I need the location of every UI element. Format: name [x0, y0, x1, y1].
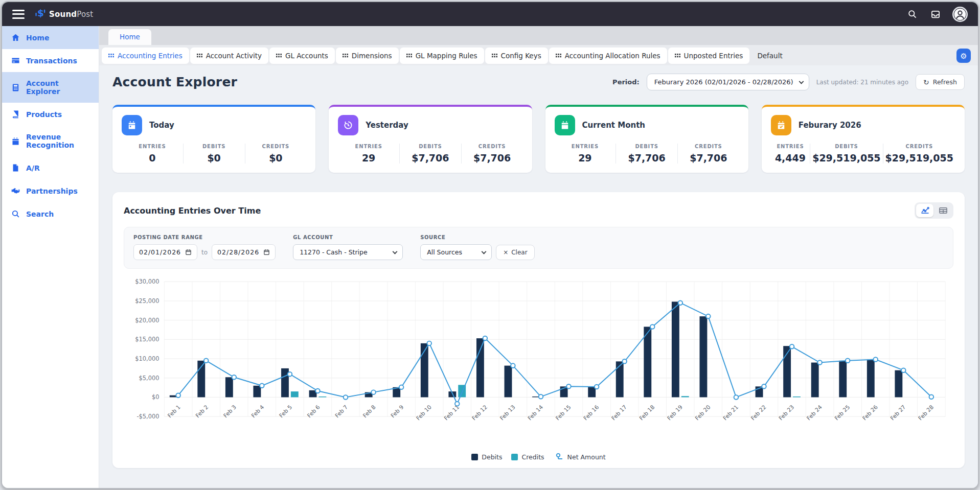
period-select-value: Feburary 2026 (02/01/2026 - 02/28/2026): [654, 78, 793, 86]
x-axis-tick: Feb 9: [390, 404, 405, 419]
net-amount-point: [595, 385, 599, 389]
close-icon: ×: [503, 249, 508, 256]
sidebar-item-label: Transactions: [26, 57, 77, 65]
x-axis-tick: Feb 3: [222, 404, 238, 419]
card-yesterday: Yesterday ENTRIES29 DEBITS$7,706 CREDITS…: [329, 105, 532, 173]
book-icon: [11, 110, 20, 119]
x-axis-tick: Feb 12: [471, 404, 489, 422]
chevron-down-icon: [393, 249, 398, 254]
x-axis-tick: Feb 14: [527, 404, 544, 422]
debit-bar: [867, 360, 875, 398]
tab-label: Accounting Allocation Rules: [565, 52, 660, 60]
source-select[interactable]: All Sources: [420, 244, 492, 260]
refresh-button[interactable]: ↻ Refresh: [916, 74, 965, 90]
tab-dimensions[interactable]: Dimensions: [336, 48, 399, 64]
stat-value: 0: [124, 152, 181, 164]
chart-view-button[interactable]: [916, 204, 933, 217]
stat-label: ENTRIES: [773, 144, 808, 149]
sidebar-item-label: Partnerships: [26, 187, 78, 195]
date-to-input[interactable]: 02/28/2026: [212, 244, 276, 260]
sidebar-item-search[interactable]: Search: [2, 202, 99, 225]
legend-item: Debits: [471, 453, 502, 461]
grid-icon: [108, 53, 114, 59]
tab-config-keys[interactable]: Config Keys: [485, 48, 548, 64]
sidebar-item-label: Account Explorer: [26, 79, 89, 96]
chart-title: Accounting Entries Over Time: [124, 206, 261, 216]
grid-icon: [556, 53, 561, 59]
net-amount-point: [260, 384, 264, 388]
x-axis-tick: Feb 25: [833, 404, 851, 422]
gl-account-select[interactable]: 11270 - Cash - Stripe: [293, 244, 403, 260]
sidebar-item-ar[interactable]: A/R: [2, 156, 99, 179]
user-avatar[interactable]: [952, 7, 968, 22]
tab-home[interactable]: Home: [108, 29, 151, 45]
debit-bar: [811, 363, 819, 398]
x-axis-tick: Feb 6: [306, 404, 321, 419]
sidebar-item-label: Home: [26, 34, 49, 42]
debit-bar: [672, 301, 679, 397]
stat-label: ENTRIES: [340, 144, 397, 149]
chart-area: $30,000$25,000$20,000$15,000$10,000$5,00…: [124, 274, 953, 461]
card-february-2026: Feburary 2026 ENTRIES4,449 DEBITS$29,519…: [762, 105, 965, 173]
search-icon[interactable]: [905, 8, 919, 21]
chart-card: Accounting Entries Over Time P: [112, 192, 965, 468]
legend-item: Credits: [511, 453, 544, 461]
credit-bar: [681, 396, 689, 397]
x-axis-tick: Feb 19: [666, 404, 684, 422]
period-label: Period:: [612, 78, 640, 86]
settings-gear-button[interactable]: ⚙: [956, 49, 971, 63]
gl-account-value: 11270 - Cash - Stripe: [300, 248, 368, 256]
tab-accounting-entries[interactable]: Accounting Entries: [102, 48, 189, 64]
chevron-down-icon: [799, 79, 804, 84]
tab-unposted-entries[interactable]: Unposted Entries: [668, 48, 750, 64]
topbar: $ SoundPost: [2, 2, 978, 26]
summary-cards: Today ENTRIES0 DEBITS$0 CREDITS$0: [112, 105, 965, 173]
tab-accounting-allocation-rules[interactable]: Accounting Allocation Rules: [549, 48, 667, 64]
tab-account-activity[interactable]: Account Activity: [190, 48, 268, 64]
grid-icon: [276, 53, 282, 59]
date-range-label: POSTING DATE RANGE: [133, 235, 276, 240]
sidebar-item-label: Revenue Recognition: [26, 133, 89, 149]
x-axis-tick: Feb 13: [498, 404, 516, 422]
x-axis-tick: Feb 2: [194, 404, 210, 419]
period-select[interactable]: Feburary 2026 (02/01/2026 - 02/28/2026): [647, 74, 809, 90]
sidebar-item-home[interactable]: Home: [2, 26, 99, 49]
net-amount-point: [344, 395, 348, 400]
y-axis-tick: $25,000: [135, 297, 159, 305]
net-amount-point: [817, 360, 822, 365]
debit-bar: [699, 316, 707, 397]
refresh-icon: ↻: [923, 79, 929, 86]
x-axis-tick: Feb 11: [443, 404, 461, 422]
calendar-check-icon: [771, 115, 791, 135]
tab-gl-accounts[interactable]: GL Accounts: [269, 48, 335, 64]
sidebar-item-partnerships[interactable]: Partnerships: [2, 179, 99, 202]
x-axis-tick: Feb 28: [917, 404, 935, 422]
inbox-icon[interactable]: [929, 8, 942, 21]
date-from-value: 02/01/2026: [139, 248, 181, 256]
card-title: Current Month: [582, 121, 646, 130]
sidebar-item-revenue-recognition[interactable]: Revenue Recognition: [2, 126, 99, 156]
stat-value: $7,706: [464, 152, 521, 164]
brand-logo[interactable]: $ SoundPost: [35, 8, 93, 21]
sidebar-item-transactions[interactable]: Transactions: [2, 49, 99, 72]
tab-default[interactable]: Default: [750, 48, 789, 64]
y-axis-tick: $10,000: [135, 355, 159, 362]
to-label: to: [201, 249, 208, 256]
gl-account-label: GL ACCOUNT: [293, 235, 403, 240]
handshake-icon: [11, 186, 20, 195]
x-axis-tick: Feb 5: [278, 404, 293, 419]
table-view-button[interactable]: [935, 204, 952, 217]
net-amount-point: [901, 368, 906, 372]
debit-bar: [616, 361, 624, 397]
sidebar-item-products[interactable]: Products: [2, 103, 99, 126]
tab-gl-mapping-rules[interactable]: GL Mapping Rules: [400, 48, 484, 64]
clear-filters-button[interactable]: × Clear: [496, 245, 534, 260]
net-amount-point: [399, 385, 404, 390]
tab-label: Default: [757, 52, 782, 60]
sidebar: Home Transactions Account Explorer Produ…: [2, 26, 99, 488]
date-from-input[interactable]: 02/01/2026: [133, 244, 197, 260]
hamburger-menu-icon[interactable]: [12, 10, 25, 19]
debit-bar: [644, 326, 651, 397]
x-axis-tick: Feb 18: [638, 404, 656, 422]
sidebar-item-account-explorer[interactable]: Account Explorer: [2, 72, 99, 103]
